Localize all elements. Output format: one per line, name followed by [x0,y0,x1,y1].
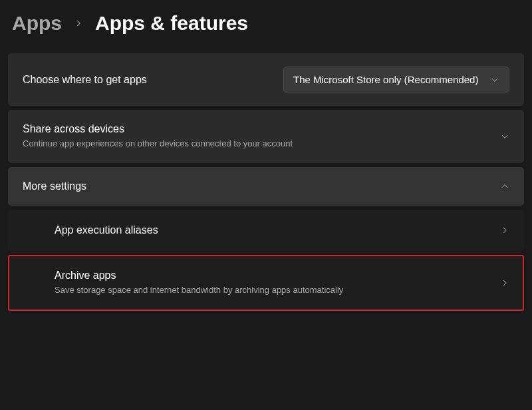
more-settings-panel[interactable]: More settings [8,167,524,206]
settings-panel-list: Choose where to get apps The Microsoft S… [0,53,532,311]
app-execution-aliases-item[interactable]: App execution aliases [8,210,524,251]
archive-apps-item[interactable]: Archive apps Save storage space and inte… [8,255,524,311]
more-settings-title: More settings [23,180,489,192]
page-title: Apps & features [95,12,248,35]
archive-title: Archive apps [55,270,489,282]
choose-apps-label: Choose where to get apps [23,74,273,86]
chevron-up-icon [500,182,509,191]
chevron-down-icon [500,132,509,141]
share-devices-title: Share across devices [23,123,489,135]
chevron-right-icon [500,278,509,288]
choose-apps-dropdown[interactable]: The Microsoft Store only (Recommended) [283,67,509,93]
share-devices-desc: Continue app experiences on other device… [23,138,489,150]
aliases-title: App execution aliases [55,224,489,236]
share-across-devices-panel[interactable]: Share across devices Continue app experi… [8,110,524,163]
dropdown-selected-value: The Microsoft Store only (Recommended) [293,74,478,85]
archive-desc: Save storage space and internet bandwidt… [55,284,489,296]
chevron-down-icon [490,75,499,85]
breadcrumb: Apps Apps & features [0,0,532,53]
chevron-right-icon [74,19,83,28]
choose-apps-panel: Choose where to get apps The Microsoft S… [8,53,524,106]
breadcrumb-parent-link[interactable]: Apps [12,12,62,35]
chevron-right-icon [500,226,509,235]
